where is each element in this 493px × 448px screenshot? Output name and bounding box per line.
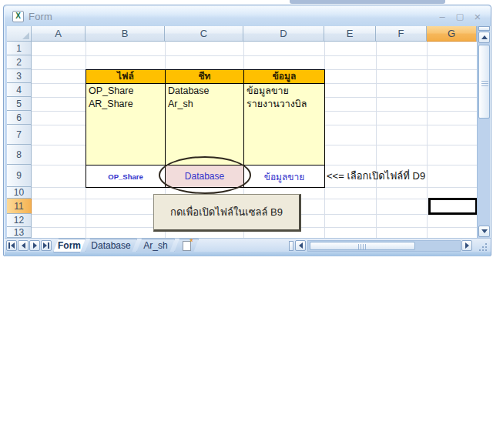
- table-header-data: ข้อมูล: [244, 70, 324, 83]
- scroll-right-button[interactable]: [461, 240, 472, 251]
- thumb-grip-icon: [481, 79, 488, 86]
- sheet-tab-bar: Form Database Ar_sh *: [5, 238, 491, 252]
- scroll-up-button[interactable]: [478, 32, 490, 43]
- open-file-button[interactable]: กดเพื่อเปิดไฟล์ในเซลล์ B9: [153, 194, 301, 232]
- column-header-a[interactable]: A: [32, 26, 86, 42]
- cell-c4: Database: [168, 85, 243, 98]
- thumb-grip-icon: [358, 244, 367, 249]
- right-arrow-icon: [465, 242, 469, 249]
- down-arrow-icon: [481, 229, 488, 233]
- next-arrow-icon: [33, 242, 37, 249]
- last-arrow-icon: [43, 242, 47, 249]
- scroll-left-button[interactable]: [295, 240, 306, 251]
- column-header-f[interactable]: F: [376, 26, 427, 42]
- window-title: Form: [29, 11, 52, 22]
- row-header-2[interactable]: 2: [7, 55, 32, 69]
- column-header-b[interactable]: B: [86, 26, 165, 42]
- excel-workbook-icon: X: [12, 11, 24, 22]
- last-bar-icon: [48, 242, 49, 249]
- selector-data-d9[interactable]: ข้อมูลขาย: [244, 165, 324, 187]
- table-header-row: ไฟล์ ชีท ข้อมูล: [86, 70, 324, 84]
- row-header-3[interactable]: 3: [7, 69, 32, 83]
- next-sheet-button[interactable]: [29, 240, 40, 251]
- screenshot-root: X Form – ▢ × A B C D E F G 1 2 3 4 5 6 7…: [0, 0, 493, 448]
- vertical-scrollbar[interactable]: [477, 26, 490, 238]
- row-header-7[interactable]: 7: [7, 125, 32, 145]
- last-sheet-button[interactable]: [41, 240, 52, 251]
- excel-window: X Form – ▢ × A B C D E F G 1 2 3 4 5 6 7…: [3, 5, 491, 256]
- row-header-12[interactable]: 12: [7, 214, 32, 227]
- cell-b4: OP_Share: [89, 85, 165, 98]
- first-sheet-button[interactable]: [6, 240, 17, 251]
- previous-sheet-button[interactable]: [18, 240, 29, 251]
- column-header-c[interactable]: C: [165, 26, 243, 42]
- column-header-g-selected[interactable]: G: [427, 26, 477, 42]
- table-header-sheet: ชีท: [166, 70, 244, 83]
- row-header-1[interactable]: 1: [7, 42, 32, 55]
- prev-arrow-icon: [22, 242, 25, 249]
- table-body: OP_Share AR_Share Database Ar_sh ข้อมูลข…: [86, 84, 324, 165]
- resize-grip-icon[interactable]: [476, 242, 487, 251]
- cell-b5: AR_Share: [89, 98, 165, 111]
- cell-d5: รายงานวางบิล: [246, 98, 324, 111]
- row-header-9[interactable]: 9: [7, 165, 32, 187]
- selector-file-b9[interactable]: OP_Share: [86, 165, 166, 187]
- first-bar-icon: [8, 242, 10, 249]
- horizontal-scroll-thumb[interactable]: [310, 242, 415, 250]
- tab-form[interactable]: Form: [53, 239, 86, 252]
- table-col-data: ข้อมูลขาย รายงานวางบิล: [244, 84, 324, 165]
- horizontal-scrollbar[interactable]: [307, 240, 461, 252]
- left-arrow-icon: [299, 242, 303, 249]
- row-header-11-selected[interactable]: 11: [7, 199, 32, 214]
- table-header-file: ไฟล์: [86, 70, 166, 83]
- cell-c5: Ar_sh: [168, 98, 243, 111]
- restore-button[interactable]: ▢: [454, 12, 465, 21]
- hint-text-e9: <<= เลือกเปิดไฟล์ที่ D9: [327, 165, 488, 187]
- select-all-corner[interactable]: [7, 26, 32, 42]
- up-arrow-icon: [481, 35, 488, 39]
- tab-split-handle[interactable]: [289, 241, 293, 251]
- vertical-split-handle[interactable]: [478, 26, 490, 31]
- row-header-8[interactable]: 8: [7, 145, 32, 165]
- table-col-sheet: Database Ar_sh: [166, 84, 244, 165]
- vertical-scroll-thumb[interactable]: [478, 45, 490, 119]
- row-header-10[interactable]: 10: [7, 187, 32, 199]
- first-arrow-icon: [11, 242, 15, 249]
- oval-highlight: [159, 156, 251, 194]
- insert-worksheet-icon: *: [183, 241, 191, 251]
- insert-worksheet-tab[interactable]: *: [174, 239, 199, 252]
- table-col-file: OP_Share AR_Share: [86, 84, 166, 165]
- row-header-5[interactable]: 5: [7, 97, 32, 111]
- column-header-d[interactable]: D: [243, 26, 324, 42]
- row-header-13[interactable]: 13: [7, 227, 32, 238]
- window-controls: – ▢ ×: [437, 6, 483, 26]
- selected-cell-g11[interactable]: [428, 198, 478, 215]
- column-header-e[interactable]: E: [324, 26, 376, 42]
- background-remnant-bar: [290, 0, 445, 4]
- tab-database[interactable]: Database: [85, 239, 137, 252]
- row-header-6[interactable]: 6: [7, 111, 32, 125]
- scroll-down-button[interactable]: [478, 226, 490, 237]
- minimize-button[interactable]: –: [437, 12, 448, 22]
- row-header-4[interactable]: 4: [7, 83, 32, 97]
- tab-ar-sh[interactable]: Ar_sh: [136, 239, 175, 252]
- window-titlebar: X Form – ▢ ×: [5, 6, 491, 26]
- cell-d4: ข้อมูลขาย: [246, 85, 324, 98]
- close-button[interactable]: ×: [472, 11, 483, 22]
